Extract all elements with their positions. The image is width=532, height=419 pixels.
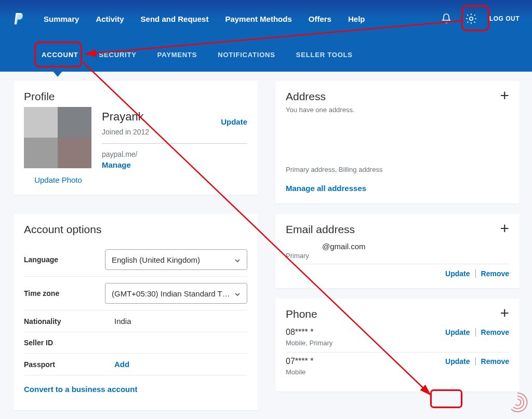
- chevron-down-icon: [234, 290, 241, 296]
- address-primary-label: Primary address, Billing address: [286, 166, 509, 173]
- avatar: [24, 107, 91, 168]
- add-address-button[interactable]: +: [500, 90, 509, 101]
- language-label: Language: [24, 255, 97, 264]
- chevron-down-icon: [234, 256, 241, 263]
- address-title: Address: [286, 90, 355, 103]
- nationality-value: India: [105, 317, 247, 326]
- email-title: Email address: [286, 223, 355, 236]
- phone-item-0: 08**** * Update Remove Mobile, Primary: [286, 323, 509, 353]
- nationality-label: Nationality: [24, 317, 97, 326]
- passport-label: Passport: [24, 360, 97, 369]
- top-navbar: Summary Activity Send and Request Paymen…: [0, 0, 532, 37]
- phone-type-0: Mobile, Primary: [286, 339, 509, 347]
- watermark-icon: [506, 391, 529, 414]
- settings-subnav: ACCOUNT SECURITY PAYMENTS NOTIFICATIONS …: [0, 37, 532, 72]
- nav-summary[interactable]: Summary: [44, 15, 79, 23]
- account-options-title: Account options: [24, 223, 247, 236]
- svg-point-0: [470, 17, 473, 20]
- bell-icon[interactable]: [440, 12, 453, 25]
- option-timezone-row: Time zone (GMT+05:30) Indian Standard T…: [24, 277, 247, 310]
- language-value: English (United Kingdom): [112, 255, 200, 264]
- timezone-label: Time zone: [24, 289, 97, 298]
- email-card: Email address + @gmail.com Primary Updat…: [275, 214, 520, 288]
- profile-title: Profile: [24, 90, 247, 103]
- phone-number-0: 08**** *: [286, 328, 313, 337]
- profile-card: Profile Update Photo Prayank Joined in 2…: [14, 81, 258, 195]
- add-email-button[interactable]: +: [500, 223, 509, 234]
- manage-addresses-link[interactable]: Manage all addresses: [286, 184, 366, 193]
- tab-seller-tools[interactable]: SELLER TOOLS: [296, 51, 353, 59]
- tab-security[interactable]: SECURITY: [99, 51, 137, 59]
- paypal-logo[interactable]: [12, 11, 25, 26]
- option-language-row: Language English (United Kingdom): [24, 243, 247, 277]
- tab-notifications[interactable]: NOTIFICATIONS: [218, 51, 275, 59]
- option-passport-row: Passport Add: [24, 354, 247, 375]
- phone-type-1: Mobile: [286, 368, 509, 376]
- logout-link[interactable]: LOG OUT: [489, 15, 520, 22]
- phone-card: Phone + 08**** * Update Remove Mobile, P…: [275, 299, 520, 391]
- active-tab-indicator: [52, 71, 63, 77]
- email-update-link[interactable]: Update: [445, 269, 470, 278]
- phone-item-1: 07**** * Update Remove Mobile: [286, 353, 509, 381]
- nav-send-request[interactable]: Send and Request: [141, 15, 209, 23]
- add-phone-button[interactable]: +: [500, 308, 509, 318]
- right-lower-column: Email address + @gmail.com Primary Updat…: [275, 214, 520, 391]
- gear-icon[interactable]: [464, 12, 478, 25]
- phone-title: Phone: [286, 308, 317, 320]
- update-photo-link[interactable]: Update Photo: [24, 175, 92, 184]
- topnav-links: Summary Activity Send and Request Paymen…: [44, 15, 440, 23]
- separator: [475, 269, 476, 278]
- phone-update-1[interactable]: Update: [445, 357, 470, 366]
- sellerid-label: Seller ID: [24, 339, 97, 347]
- tab-payments[interactable]: PAYMENTS: [157, 51, 197, 59]
- paypalme-label: paypal.me/: [102, 150, 247, 158]
- email-value: @gmail.com: [286, 239, 509, 252]
- profile-update-link[interactable]: Update: [221, 117, 247, 126]
- phone-remove-0[interactable]: Remove: [481, 328, 509, 336]
- email-remove-link[interactable]: Remove: [481, 269, 509, 278]
- option-sellerid-row: Seller ID: [24, 332, 247, 354]
- phone-number-1: 07**** *: [286, 357, 313, 366]
- nav-help[interactable]: Help: [348, 15, 365, 23]
- account-options-card: Account options Language English (United…: [14, 214, 258, 410]
- convert-business-link[interactable]: Convert to a business account: [24, 385, 137, 394]
- address-sub: You have one address.: [286, 106, 355, 114]
- address-card: Address You have one address. + Primary …: [275, 81, 520, 204]
- tab-account[interactable]: ACCOUNT: [42, 51, 78, 59]
- phone-remove-1[interactable]: Remove: [481, 357, 509, 366]
- nav-offers[interactable]: Offers: [309, 15, 331, 23]
- profile-joined: Joined in 2012: [102, 128, 149, 136]
- separator: [475, 357, 476, 366]
- timezone-select[interactable]: (GMT+05:30) Indian Standard T…: [105, 283, 247, 304]
- option-nationality-row: Nationality India: [24, 310, 247, 332]
- profile-name: Prayank: [102, 110, 149, 124]
- email-type: Primary: [286, 252, 509, 260]
- passport-add-link[interactable]: Add: [114, 360, 129, 369]
- separator: [475, 328, 476, 336]
- timezone-value: (GMT+05:30) Indian Standard T…: [112, 289, 230, 298]
- content-grid: Profile Update Photo Prayank Joined in 2…: [0, 72, 532, 419]
- nav-activity[interactable]: Activity: [96, 15, 124, 23]
- paypalme-manage-link[interactable]: Manage: [102, 160, 131, 169]
- language-select[interactable]: English (United Kingdom): [105, 249, 247, 270]
- topnav-right: LOG OUT: [440, 12, 520, 25]
- phone-update-0[interactable]: Update: [445, 328, 470, 336]
- nav-payment-methods[interactable]: Payment Methods: [225, 15, 291, 23]
